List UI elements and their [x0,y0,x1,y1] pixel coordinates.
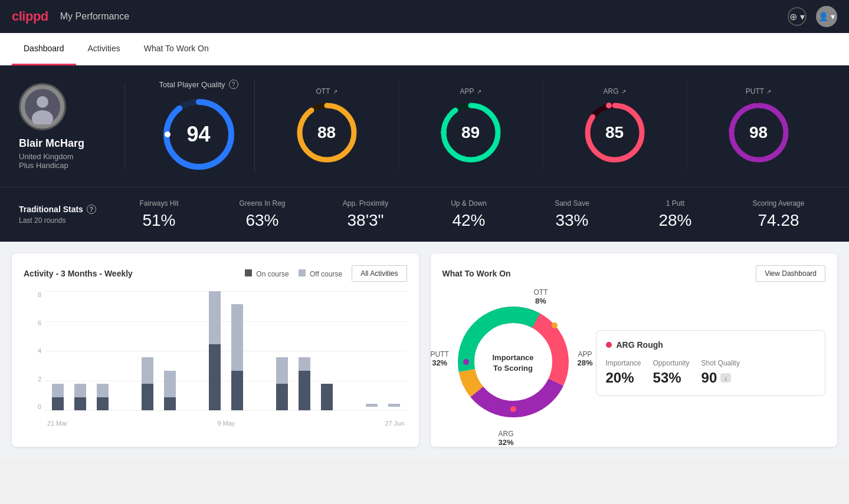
bar-group-14 [361,291,382,410]
avatar[interactable]: 👤 ▾ [816,6,837,27]
add-button[interactable]: ⊕ ▾ [788,7,807,26]
tab-dashboard[interactable]: Dashboard [12,33,76,65]
y-label-4: 4 [38,347,41,354]
tpq-help-icon[interactable]: ? [229,80,238,89]
score-cards: OTT ↗ 88 APP ↗ [255,81,830,171]
bar-off-11 [299,357,310,370]
traditional-stats: Traditional Stats ? Last 20 rounds Fairw… [0,187,849,242]
stat-scoring-value: 74.28 [727,211,830,230]
score-card-app: APP ↗ 89 [399,81,543,171]
work-on-card: What To Work On View Dashboard [431,253,838,447]
bar-on-7 [209,344,221,410]
player-handicap: Plus Handicap [19,161,68,170]
bar-off-15 [388,404,400,407]
bar-stack-2 [97,384,109,410]
all-activities-button[interactable]: All Activities [352,265,407,282]
activity-card: Activity - 3 Months - Weekly On course O… [12,253,419,447]
stat-proximity-value: 38'3" [314,211,417,230]
bar-stack-7 [209,291,221,410]
trad-stats-subtitle: Last 20 rounds [19,216,107,225]
svg-point-1 [37,96,48,108]
bar-off-10 [276,357,288,384]
bar-off-8 [231,304,243,370]
putt-arrow-icon: ↗ [766,88,771,95]
app-circle: 89 [438,100,503,165]
opportunity-value: 53% [653,370,690,386]
bar-group-2 [92,291,113,410]
svg-point-22 [552,322,558,328]
stat-greens-in-reg: Greens In Reg 63% [211,199,314,230]
bar-on-11 [299,371,310,410]
player-info: Blair McHarg United Kingdom Plus Handica… [19,83,125,170]
bar-group-6 [182,291,202,410]
opportunity-label: Opportunity [653,359,690,367]
nav-tabs: Dashboard Activities What To Work On [0,33,849,65]
header-left: clippd My Performance [12,9,129,24]
info-dot [606,342,612,348]
bar-on-5 [164,397,176,410]
work-on-header: What To Work On View Dashboard [442,265,826,282]
app-arrow-icon: ↗ [477,88,481,95]
stat-1putt-value: 28% [624,211,727,230]
bar-on-10 [276,384,288,410]
on-course-legend: On course [245,269,289,278]
tab-activities[interactable]: Activities [76,33,132,65]
bar-stack-15 [388,404,400,410]
view-dashboard-button[interactable]: View Dashboard [756,265,825,282]
y-label-0: 0 [38,403,41,410]
bar-on-8 [231,371,243,410]
app-value: 89 [461,123,480,142]
bar-group-13 [339,291,359,410]
score-card-ott: OTT ↗ 88 [255,81,399,171]
bar-group-3 [114,291,135,410]
bar-off-5 [164,371,176,397]
arg-label: ARG ↗ [603,87,625,95]
tab-what-to-work-on[interactable]: What To Work On [132,33,221,65]
ott-label: OTT ↗ [316,87,337,95]
y-label-8: 8 [38,291,41,298]
bar-on-1 [74,397,86,410]
off-course-legend: Off course [299,269,342,278]
info-metrics: Importance 20% Opportunity 53% Shot Qual… [606,359,816,386]
bar-on-0 [52,397,64,410]
off-course-dot [299,269,306,276]
putt-label: PUTT ↗ [746,87,771,95]
bar-stack-5 [164,371,176,410]
svg-point-23 [463,359,469,365]
stat-proximity-label: App. Proximity [314,199,417,207]
bar-off-14 [366,404,378,407]
stat-fairways-hit: Fairways Hit 51% [107,199,211,230]
stat-app-proximity: App. Proximity 38'3" [314,199,417,230]
bar-group-5 [159,291,180,410]
activity-title: Activity - 3 Months - Weekly [24,269,133,278]
bar-stack-1 [74,384,86,410]
player-country: United Kingdom [19,152,74,161]
shot-quality-value-wrap: 90 ↓ [702,370,740,386]
arg-circle: 85 [582,100,647,165]
putt-circle: 98 [726,100,791,165]
stat-updown-label: Up & Down [417,199,520,207]
shot-quality-badge: ↓ [720,373,731,383]
stat-up-and-down: Up & Down 42% [417,199,520,230]
app-label: APP ↗ [460,87,481,95]
arg-arrow-icon: ↗ [621,88,626,95]
activity-legend: On course Off course [245,269,342,278]
info-card: ARG Rough Importance 20% Opportunity 53%… [596,330,826,396]
player-name: Blair McHarg [19,137,84,150]
donut-center: Importance To Scoring [492,353,533,374]
work-on-content: Importance To Scoring OTT 8% APP 28% [442,291,826,435]
stat-fairways-label: Fairways Hit [107,199,211,207]
bar-group-7 [204,291,225,410]
trad-stats-help-icon[interactable]: ? [87,205,96,214]
tpq-section: Total Player Quality ? 94 [125,80,255,173]
svg-point-21 [510,312,516,318]
work-on-title: What To Work On [442,269,511,278]
bar-group-0 [47,291,68,410]
x-label-jun: 27 Jun [385,420,404,427]
bar-group-11 [294,291,314,410]
metric-shot-quality: Shot Quality 90 ↓ [702,359,740,386]
stat-sandsave-label: Sand Save [520,199,624,207]
bar-off-0 [52,384,64,397]
bar-off-7 [209,291,221,344]
bar-stack-12 [321,384,333,410]
